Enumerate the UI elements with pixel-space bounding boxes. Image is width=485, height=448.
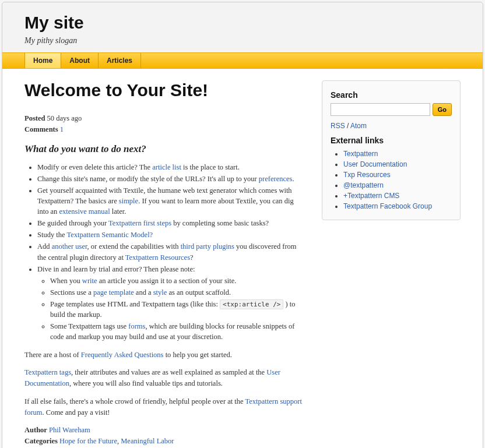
ext-link[interactable]: Textpattern xyxy=(343,150,378,158)
ext-link[interactable]: Txp Resources xyxy=(343,171,391,179)
categories-label: Categories xyxy=(24,437,58,445)
external-links-list: Textpattern User Documentation Txp Resou… xyxy=(331,149,452,211)
list-item: +Textpattern CMS xyxy=(343,191,452,201)
search-input[interactable] xyxy=(331,103,430,116)
paragraph: If all else fails, there's a whole crowd… xyxy=(24,396,304,418)
link-first-steps[interactable]: Textpattern first steps xyxy=(108,219,171,227)
list-item: When you write an article you assign it … xyxy=(50,276,304,286)
article-footer-meta: Author Phil Wareham Categories Hope for … xyxy=(24,425,304,447)
list-item: Textpattern Facebook Group xyxy=(343,201,452,211)
link-write[interactable]: write xyxy=(82,277,97,285)
list-item: Some Textpattern tags use forms, which a… xyxy=(50,321,304,342)
link-extensive-manual[interactable]: extensive manual xyxy=(59,207,110,216)
link-rss[interactable]: RSS xyxy=(331,122,345,130)
article-meta: Posted 50 days ago Comments 1 xyxy=(24,113,304,135)
nav-item-home[interactable]: Home xyxy=(24,53,61,68)
search-go-button[interactable]: Go xyxy=(433,103,452,116)
site-slogan: My pithy slogan xyxy=(24,36,461,45)
link-atom[interactable]: Atom xyxy=(350,122,367,130)
link-style[interactable]: style xyxy=(153,288,167,297)
list-item: Textpattern xyxy=(343,149,452,159)
link-category[interactable]: Hope for the Future xyxy=(59,437,117,445)
link-simple[interactable]: simple xyxy=(119,197,138,205)
link-page-template[interactable]: page template xyxy=(93,288,134,297)
list-item: Add another user, or extend the capabili… xyxy=(37,241,304,262)
site-title: My site xyxy=(24,13,461,33)
main-content: Welcome to Your Site! Posted 50 days ago… xyxy=(24,80,304,448)
code-snippet: <txp:article /> xyxy=(220,299,283,309)
ext-link[interactable]: @textpattern xyxy=(343,181,384,189)
link-txp-tags[interactable]: Textpattern tags xyxy=(24,368,71,376)
article-title: Welcome to Your Site! xyxy=(24,80,304,100)
link-semantic-model[interactable]: Textpattern Semantic Model? xyxy=(66,231,153,239)
list-item: @textpattern xyxy=(343,180,452,191)
list-item: Page templates use HTML and Textpattern … xyxy=(50,299,304,320)
ext-link[interactable]: +Textpattern CMS xyxy=(343,192,399,200)
link-author[interactable]: Phil Wareham xyxy=(49,426,90,434)
site-header: My site My pithy slogan xyxy=(2,2,483,52)
link-preferences[interactable]: preferences xyxy=(259,175,293,183)
list-item: Study the Textpattern Semantic Model? xyxy=(37,230,304,240)
nav-item-articles[interactable]: Articles xyxy=(98,53,141,68)
list-item: Txp Resources xyxy=(343,170,452,180)
link-category[interactable]: Meaningful Labor xyxy=(121,437,174,445)
posted-value: 50 days ago xyxy=(47,114,82,122)
paragraph: There are a host of Frequently Asked Que… xyxy=(24,350,304,361)
link-another-user[interactable]: another user xyxy=(52,242,87,251)
search-heading: Search xyxy=(331,90,452,100)
external-links-heading: External links xyxy=(331,136,452,145)
list-item: Be guided through your Textpattern first… xyxy=(37,218,304,228)
list-item: Dive in and learn by trial and error? Th… xyxy=(37,264,304,343)
link-faq[interactable]: Frequently Asked Questions xyxy=(81,351,164,359)
list-item: Get yourself acquainted with Textile, th… xyxy=(37,185,304,217)
list-item: User Documentation xyxy=(343,159,452,170)
sidebar: Search Go RSS / Atom External links Text… xyxy=(322,80,461,448)
list-item: Change this site's name, or modify the s… xyxy=(37,174,304,184)
main-nav: Home About Articles xyxy=(2,52,483,69)
nav-item-about[interactable]: About xyxy=(61,53,98,68)
paragraph: Textpattern tags, their attributes and v… xyxy=(24,367,304,389)
comments-count-link[interactable]: 1 xyxy=(60,125,64,133)
link-forms[interactable]: forms xyxy=(128,322,145,330)
posted-label: Posted xyxy=(24,114,45,122)
comments-label: Comments xyxy=(24,125,58,133)
ext-link[interactable]: User Documentation xyxy=(343,160,407,168)
ext-link[interactable]: Textpattern Facebook Group xyxy=(343,202,432,210)
link-article-list[interactable]: article list xyxy=(152,163,181,171)
article-list: Modify or even delete this article? The … xyxy=(24,162,304,343)
link-third-party-plugins[interactable]: third party plugins xyxy=(181,242,234,251)
author-label: Author xyxy=(24,426,47,434)
list-item: Sections use a page template and a style… xyxy=(50,287,304,298)
list-item: Modify or even delete this article? The … xyxy=(37,162,304,172)
article-subheading: What do you want to do next? xyxy=(24,143,304,155)
link-txp-resources[interactable]: Textpattern Resources xyxy=(125,253,190,262)
